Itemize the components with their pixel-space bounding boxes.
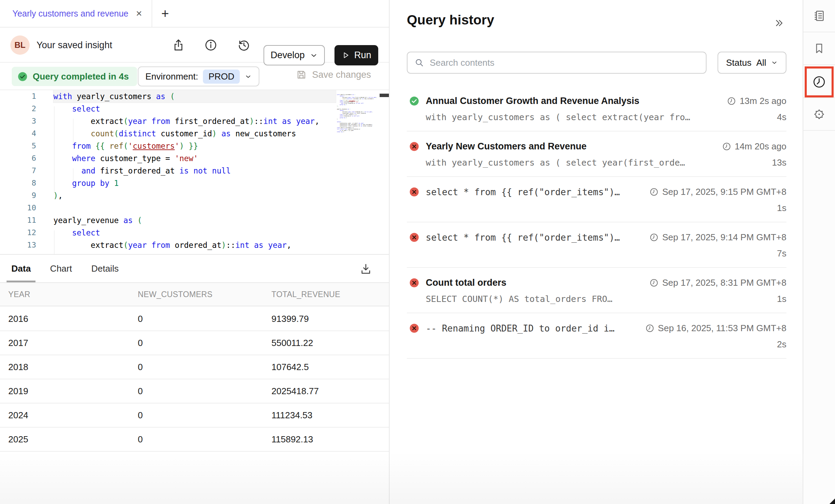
table-cell: 2018	[8, 362, 138, 372]
sql-code-editor[interactable]: 1with yearly_customers as (2 select3 ext…	[0, 90, 389, 254]
insight-toolbar: BL Your saved insight Develop Run	[0, 28, 389, 63]
tab-chart[interactable]: Chart	[50, 255, 72, 282]
table-cell: 0	[138, 386, 271, 397]
line-number: 6	[0, 152, 36, 165]
chevron-down-icon	[245, 73, 252, 80]
environment-value-pill: PROD	[203, 70, 240, 84]
status-bar: Query completed in 4s Environment: PROD …	[0, 63, 389, 90]
check-circle-icon	[17, 71, 28, 82]
error-icon	[409, 141, 420, 152]
code-line: 10	[0, 202, 389, 214]
code-line: 12 select	[0, 227, 389, 239]
history-filter-row: Status All	[407, 52, 786, 74]
table-row[interactable]: 2016091399.79	[0, 307, 389, 331]
history-item-time: 13m 2s ago	[740, 96, 786, 106]
notebook-icon[interactable]	[803, 0, 835, 32]
table-cell: 0	[138, 434, 271, 445]
query-history-item[interactable]: -- Renaming ORDER_ID to order_id i…Sep 1…	[407, 313, 786, 359]
code-line: 13 extract(year from ordered_at)::int as…	[0, 239, 389, 251]
version-history-icon[interactable]	[237, 38, 251, 52]
column-year: YEAR	[8, 290, 138, 299]
code-line: 3 extract(year from first_ordered_at)::i…	[0, 115, 389, 127]
code-line: 2 select	[0, 103, 389, 115]
tab-yearly-customers-and-revenue[interactable]: Yearly customers and revenue ×	[0, 0, 152, 27]
line-number: 2	[0, 103, 36, 115]
code-line: 7 and first_ordered_at is not null	[0, 165, 389, 177]
play-icon	[341, 51, 350, 60]
history-item-title: -- Renaming ORDER_ID to order_id i…	[426, 323, 615, 334]
table-cell: 550011.22	[271, 338, 389, 348]
indent-guide	[73, 119, 73, 144]
query-history-item[interactable]: Count total ordersSep 17, 2025, 8:31 PM …	[407, 268, 786, 313]
chevron-down-icon	[310, 51, 318, 60]
line-number: 4	[0, 127, 36, 140]
line-number: 11	[0, 214, 36, 227]
history-item-snippet: with yearly_customers as ( select year(f…	[426, 158, 685, 168]
code-line: 11yearly_revenue as (	[0, 214, 389, 227]
query-history-list: Annual Customer Growth and Revenue Analy…	[407, 86, 786, 359]
tab-data[interactable]: Data	[11, 255, 31, 282]
query-history-item[interactable]: select * from {{ ref("order_items")…Sep …	[407, 222, 786, 268]
info-icon[interactable]	[204, 38, 218, 52]
line-number: 3	[0, 115, 36, 127]
line-number: 8	[0, 177, 36, 189]
search-icon	[414, 57, 424, 68]
indent-guide	[73, 168, 73, 181]
table-row[interactable]: 201902025418.77	[0, 379, 389, 403]
indent-guide	[54, 230, 54, 254]
history-search-input[interactable]	[430, 57, 699, 68]
code-line: 6 where customer_type = 'new'	[0, 152, 389, 165]
clock-icon	[645, 324, 654, 333]
editor-panel: Yearly customers and revenue × + BL Your…	[0, 0, 390, 504]
table-row[interactable]: 20170550011.22	[0, 331, 389, 355]
table-cell: 2025418.77	[271, 386, 389, 397]
develop-label: Develop	[270, 50, 305, 61]
query-history-item[interactable]: Yearly New Customers and Revenue14m 20s …	[407, 132, 786, 177]
environment-selector[interactable]: Environment: PROD	[138, 66, 259, 86]
history-item-snippet: with yearly_customers as ( select extrac…	[426, 112, 690, 122]
history-item-time: 14m 20s ago	[735, 141, 786, 152]
collapse-panel-icon[interactable]	[773, 17, 785, 29]
history-item-duration: 1s	[777, 294, 786, 304]
error-icon	[409, 187, 420, 197]
line-number: 5	[0, 140, 36, 152]
query-history-item[interactable]: Annual Customer Growth and Revenue Analy…	[407, 86, 786, 132]
environment-label: Environment:	[145, 71, 198, 82]
history-search-box[interactable]	[407, 52, 707, 74]
code-line: 8 group by 1	[0, 177, 389, 189]
code-line: 1with yearly_customers as (	[0, 90, 389, 103]
code-line: 4 count(distinct customer_id) as new_cus…	[0, 127, 389, 140]
query-history-item[interactable]: select * from {{ ref("order_items")…Sep …	[407, 177, 786, 222]
tab-close-icon[interactable]: ×	[136, 8, 142, 19]
divider	[803, 64, 835, 65]
divider	[803, 130, 835, 131]
editor-minimap[interactable]: with yearly_customers as ( select extrac…	[337, 94, 380, 245]
resize-corner	[829, 498, 835, 504]
history-item-time: Sep 17, 2025, 8:31 PM GMT+8	[662, 277, 786, 288]
status-filter-dropdown[interactable]: Status All	[718, 52, 786, 74]
table-cell: 2025	[8, 434, 138, 445]
download-results-icon[interactable]	[359, 262, 372, 275]
clock-icon	[649, 187, 659, 197]
share-icon[interactable]	[172, 38, 185, 52]
history-clock-icon-active[interactable]	[805, 66, 834, 97]
editor-scrollbar-thumb[interactable]	[380, 94, 389, 97]
table-cell: 111234.53	[271, 410, 389, 421]
new-tab-button[interactable]: +	[152, 0, 178, 27]
tab-details[interactable]: Details	[91, 255, 118, 282]
bookmark-icon[interactable]	[803, 32, 835, 64]
save-changes-button[interactable]: Save changes	[296, 69, 371, 81]
error-icon	[409, 232, 420, 243]
code-lines: 1with yearly_customers as (2 select3 ext…	[0, 90, 389, 251]
table-row[interactable]: 20240111234.53	[0, 403, 389, 428]
tab-label: Yearly customers and revenue	[12, 9, 128, 19]
table-cell: 0	[138, 410, 271, 421]
error-icon	[409, 323, 420, 334]
table-row[interactable]: 20250115892.13	[0, 428, 389, 452]
status-filter-value: All	[756, 57, 766, 68]
history-item-duration: 1s	[777, 203, 786, 213]
table-row[interactable]: 20180107642.5	[0, 355, 389, 379]
ai-sparkle-icon[interactable]	[803, 98, 835, 130]
status-filter-label: Status	[726, 57, 752, 68]
line-number: 7	[0, 165, 36, 177]
